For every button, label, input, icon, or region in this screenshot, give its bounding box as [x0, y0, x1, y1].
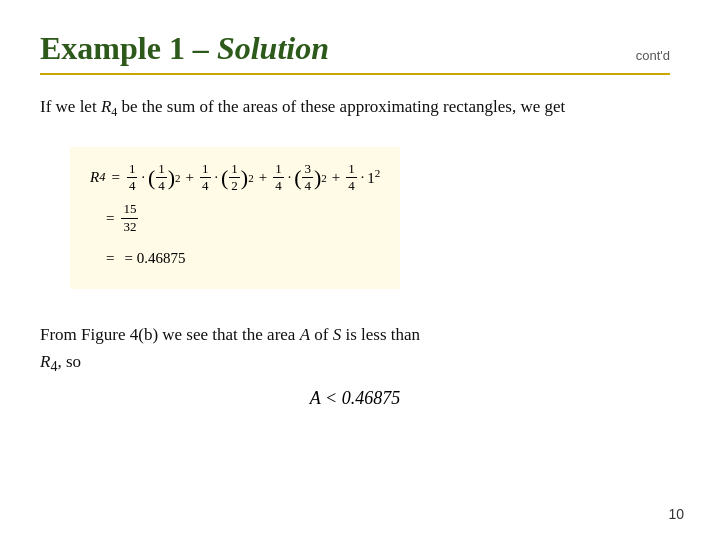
page-number: 10	[668, 506, 684, 522]
title-dash: –	[193, 30, 209, 66]
slide-title: Example 1 – Solution	[40, 30, 329, 67]
frac-3-4: 3 4	[302, 161, 313, 196]
r4-label-2: R	[40, 352, 50, 371]
contd-label: cont'd	[636, 48, 670, 67]
r4-sub-2: 4	[50, 359, 57, 375]
decimal-value: = 0.46875	[124, 242, 185, 275]
r4-symbol: R	[90, 161, 99, 194]
equals-2: =	[106, 202, 114, 235]
equals-1: =	[111, 161, 119, 194]
set-s: S	[333, 325, 342, 344]
r4-text: R	[101, 97, 111, 116]
frac-1-4-a: 1 4	[127, 161, 138, 196]
frac-1-2: 1 2	[229, 161, 240, 196]
equals-3: =	[106, 242, 114, 275]
title-solution: Solution	[209, 30, 329, 66]
r4-sub-math: 4	[99, 164, 105, 192]
math-line-2: = 15 32	[90, 201, 380, 236]
title-example: Example 1	[40, 30, 193, 66]
one-squared: 12	[367, 161, 380, 195]
frac-1-4-e: 1 4	[346, 161, 357, 196]
frac-1-4-b: 1 4	[156, 161, 167, 196]
frac-15-32: 15 32	[121, 201, 138, 236]
math-line-1: R4 = 1 4 · ( 1 4 ) 2 + 1 4 ·	[90, 161, 380, 196]
math-line-3: = = 0.46875	[90, 242, 380, 275]
slide: Example 1 – Solution cont'd If we let R4…	[0, 0, 720, 540]
frac-1-4-c: 1 4	[200, 161, 211, 196]
r4-sub: 4	[111, 105, 117, 119]
slide-header: Example 1 – Solution cont'd	[40, 30, 670, 75]
final-formula: A < 0.46875	[40, 388, 670, 409]
area-a: A	[300, 325, 310, 344]
frac-1-4-d: 1 4	[273, 161, 284, 196]
paragraph-1: If we let R4 be the sum of the areas of …	[40, 93, 670, 123]
paragraph-2: From Figure 4(b) we see that the area A …	[40, 321, 670, 378]
math-block: R4 = 1 4 · ( 1 4 ) 2 + 1 4 ·	[70, 147, 400, 290]
formula-text: A < 0.46875	[310, 388, 400, 408]
